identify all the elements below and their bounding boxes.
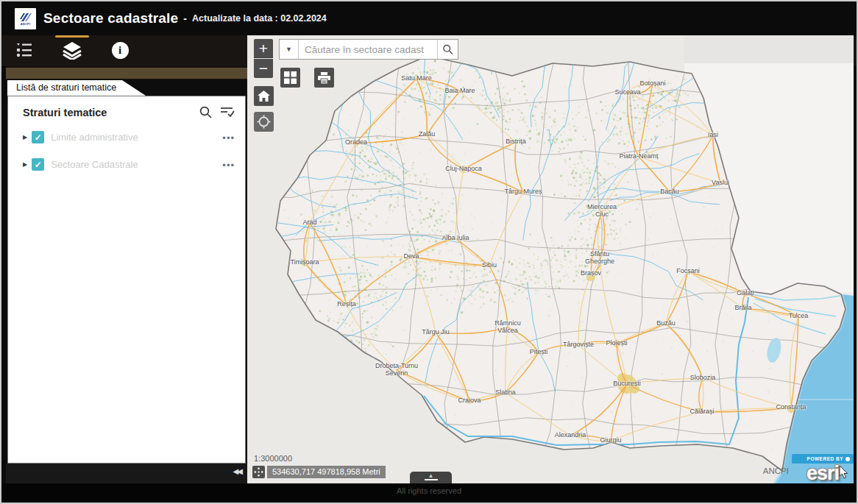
layer-panel-body: Straturi tematice ▶ ✓ Limite administrat…	[7, 96, 246, 464]
dot-cross-icon	[254, 467, 263, 477]
esri-globe-icon	[845, 457, 850, 461]
legend-icon	[15, 42, 33, 58]
home-icon	[258, 90, 270, 102]
ancpi-logo-text: ANCPI	[21, 23, 30, 26]
basemap-gallery-button[interactable]	[280, 68, 300, 88]
map-canvas[interactable]: Satu MareBaia MareBotoșaniSuceavaIașiOra…	[247, 35, 854, 483]
expand-arrow-icon: ▲	[410, 472, 452, 480]
attribute-table-expander[interactable]: ▲	[410, 472, 452, 483]
search-source-dropdown[interactable]: ▼	[280, 40, 299, 59]
collapse-panel-icon[interactable]: ◀◀	[233, 467, 241, 475]
layer-checkbox[interactable]: ✓	[32, 131, 44, 143]
tab-info[interactable]: i	[104, 35, 136, 65]
layer-label[interactable]: Sectoare Cadastrale	[51, 159, 138, 170]
app-window: ANCPI Sectoare cadastrale - Actualizate …	[0, 0, 858, 504]
search-layers-icon[interactable]	[199, 105, 213, 119]
search-button[interactable]	[437, 40, 458, 59]
layer-label[interactable]: Limite administrative	[51, 132, 138, 143]
layer-options-icon[interactable]: •••	[222, 132, 235, 143]
page-footer: All rights reserved	[1, 483, 857, 503]
zoom-out-button[interactable]: −	[254, 59, 273, 78]
locate-icon	[257, 115, 271, 129]
layers-icon	[62, 41, 82, 60]
expand-layer-icon[interactable]: ▶	[23, 134, 27, 141]
tab-legend[interactable]	[8, 35, 40, 65]
layer-list: ▶ ✓ Limite administrative ••• ▶ ✓ Sectoa…	[8, 124, 245, 178]
layer-checkbox[interactable]: ✓	[32, 158, 44, 171]
search-icon	[442, 43, 453, 56]
app-header: ANCPI Sectoare cadastrale - Actualizate …	[1, 1, 857, 35]
search-input[interactable]	[299, 40, 437, 59]
layer-row: ▶ ✓ Limite administrative •••	[8, 124, 245, 151]
coordinate-widget: 534630,717 497818,958 Metri	[252, 466, 386, 478]
home-button[interactable]	[254, 86, 274, 106]
powered-by-text: POWERED BY	[807, 456, 843, 461]
ancpi-logo[interactable]: ANCPI	[15, 8, 36, 29]
panel-tab[interactable]: Listă de straturi tematice	[7, 80, 146, 96]
tab-layers[interactable]	[56, 35, 88, 65]
search-bar: ▼	[279, 39, 458, 60]
print-button[interactable]	[314, 68, 334, 88]
panel-heading: Straturi tematice	[23, 107, 107, 118]
ancpi-flag-icon	[20, 13, 32, 23]
coordinates-readout: 534630,717 497818,958 Metri	[267, 466, 386, 478]
page-title: Sectoare cadastrale	[43, 10, 178, 26]
layer-row: ▶ ✓ Sectoare Cadastrale •••	[8, 151, 245, 178]
print-icon	[318, 72, 330, 84]
romania-basemap	[247, 35, 854, 483]
update-date: Actualizate la data : 02.02.2024	[192, 13, 327, 24]
panel-collapse-bar: ◀◀	[6, 464, 249, 483]
zoom-in-button[interactable]: +	[254, 39, 273, 58]
title-separator: -	[183, 13, 187, 24]
layer-options-icon[interactable]: •••	[222, 159, 235, 170]
basemap-grid-icon	[284, 71, 297, 84]
rights-text: All rights reserved	[397, 486, 461, 495]
coordinate-icon[interactable]	[252, 466, 265, 478]
map-attribution: ANCPI	[763, 466, 789, 475]
layer-panel: Listă de straturi tematice Straturi tema…	[6, 66, 249, 483]
filter-layers-icon[interactable]	[220, 106, 235, 118]
mouse-cursor	[839, 466, 849, 479]
panel-top-strip	[6, 66, 249, 80]
expand-layer-icon[interactable]: ▶	[23, 161, 27, 168]
locate-button[interactable]	[254, 112, 274, 132]
map-scale: 1:3000000	[254, 454, 292, 463]
info-icon: i	[112, 42, 129, 59]
